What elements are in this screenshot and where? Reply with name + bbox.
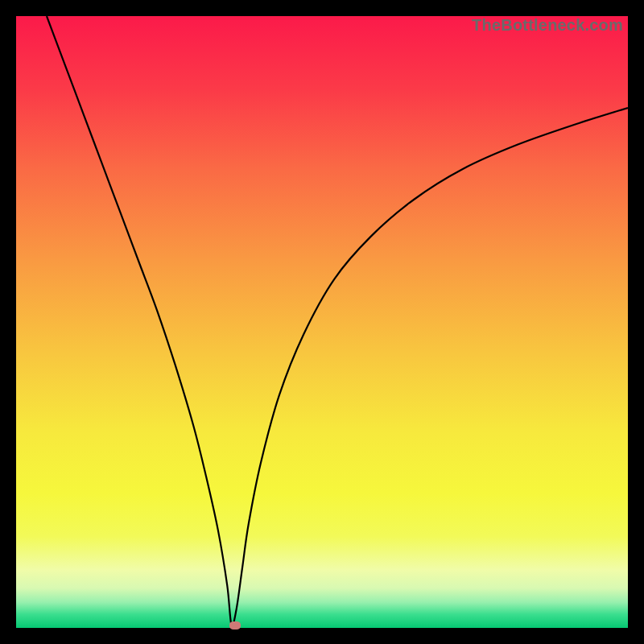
chart-frame: TheBottleneck.com [16,16,628,628]
bottleneck-curve-line [47,16,628,625]
watermark-text: TheBottleneck.com [472,16,623,35]
optimal-point-marker [229,621,241,630]
bottleneck-curve-plot [16,16,628,628]
